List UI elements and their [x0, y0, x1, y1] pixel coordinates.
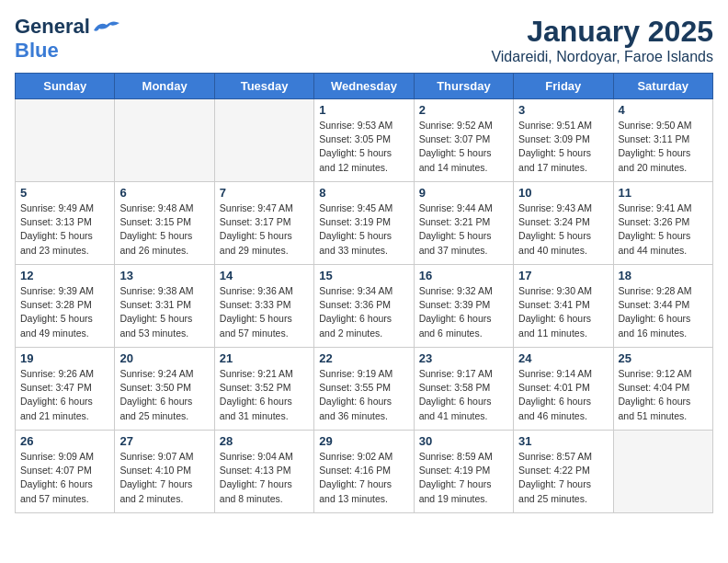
calendar-table: SundayMondayTuesdayWednesdayThursdayFrid…: [15, 73, 713, 513]
weekday-header-tuesday: Tuesday: [214, 74, 313, 99]
calendar-cell: 28Sunrise: 9:04 AM Sunset: 4:13 PM Dayli…: [214, 431, 313, 513]
day-info: Sunrise: 9:14 AM Sunset: 4:01 PM Dayligh…: [518, 367, 608, 423]
day-info: Sunrise: 9:44 AM Sunset: 3:21 PM Dayligh…: [419, 201, 508, 258]
day-info: Sunrise: 9:48 AM Sunset: 3:15 PM Dayligh…: [119, 201, 209, 258]
calendar-cell: 31Sunrise: 8:57 AM Sunset: 4:22 PM Dayli…: [514, 431, 613, 513]
calendar-cell: 20Sunrise: 9:24 AM Sunset: 3:50 PM Dayli…: [115, 348, 214, 431]
calendar-cell: 3Sunrise: 9:51 AM Sunset: 3:09 PM Daylig…: [514, 99, 613, 182]
day-number: 4: [619, 103, 708, 117]
calendar-cell: 2Sunrise: 9:52 AM Sunset: 3:07 PM Daylig…: [414, 99, 513, 182]
day-number: 10: [518, 186, 608, 200]
weekday-header-wednesday: Wednesday: [314, 74, 414, 99]
day-number: 11: [619, 186, 708, 200]
day-number: 6: [119, 186, 209, 200]
day-number: 22: [319, 351, 408, 365]
calendar-cell: 18Sunrise: 9:28 AM Sunset: 3:44 PM Dayli…: [613, 265, 712, 348]
calendar-cell: 11Sunrise: 9:41 AM Sunset: 3:26 PM Dayli…: [613, 182, 712, 265]
day-info: Sunrise: 9:51 AM Sunset: 3:09 PM Dayligh…: [518, 119, 608, 175]
day-info: Sunrise: 9:19 AM Sunset: 3:55 PM Dayligh…: [319, 367, 408, 423]
weekday-header-friday: Friday: [514, 74, 613, 99]
day-number: 2: [419, 103, 508, 117]
calendar-cell: 10Sunrise: 9:43 AM Sunset: 3:24 PM Dayli…: [514, 182, 613, 265]
weekday-header-sunday: Sunday: [16, 74, 115, 99]
day-info: Sunrise: 9:21 AM Sunset: 3:52 PM Dayligh…: [220, 367, 309, 423]
logo-blue: Blue: [15, 39, 59, 62]
day-number: 26: [20, 434, 109, 448]
day-number: 21: [220, 351, 309, 365]
weekday-header-row: SundayMondayTuesdayWednesdayThursdayFrid…: [16, 74, 713, 99]
calendar-cell: [613, 431, 712, 513]
calendar-cell: 8Sunrise: 9:45 AM Sunset: 3:19 PM Daylig…: [314, 182, 414, 265]
day-info: Sunrise: 9:52 AM Sunset: 3:07 PM Dayligh…: [419, 119, 508, 175]
calendar-cell: 7Sunrise: 9:47 AM Sunset: 3:17 PM Daylig…: [214, 182, 313, 265]
day-info: Sunrise: 9:30 AM Sunset: 3:41 PM Dayligh…: [518, 284, 608, 340]
day-info: Sunrise: 9:53 AM Sunset: 3:05 PM Dayligh…: [319, 119, 408, 175]
day-number: 7: [220, 186, 309, 200]
calendar-cell: 5Sunrise: 9:49 AM Sunset: 3:13 PM Daylig…: [16, 182, 115, 265]
day-info: Sunrise: 9:43 AM Sunset: 3:24 PM Dayligh…: [518, 201, 608, 258]
day-number: 17: [518, 269, 608, 282]
day-info: Sunrise: 9:17 AM Sunset: 3:58 PM Dayligh…: [419, 367, 508, 423]
calendar-cell: 14Sunrise: 9:36 AM Sunset: 3:33 PM Dayli…: [214, 265, 313, 348]
day-number: 13: [119, 269, 209, 282]
day-number: 23: [419, 351, 508, 365]
day-info: Sunrise: 9:50 AM Sunset: 3:11 PM Dayligh…: [619, 119, 708, 175]
day-number: 28: [220, 434, 309, 448]
week-row-1: 1Sunrise: 9:53 AM Sunset: 3:05 PM Daylig…: [16, 99, 713, 182]
day-info: Sunrise: 9:02 AM Sunset: 4:16 PM Dayligh…: [319, 450, 408, 506]
day-number: 27: [119, 434, 209, 448]
day-number: 12: [20, 269, 109, 282]
page-title: January 2025: [491, 15, 713, 49]
calendar-cell: 21Sunrise: 9:21 AM Sunset: 3:52 PM Dayli…: [214, 348, 313, 431]
day-info: Sunrise: 9:07 AM Sunset: 4:10 PM Dayligh…: [119, 450, 209, 506]
calendar-cell: 1Sunrise: 9:53 AM Sunset: 3:05 PM Daylig…: [314, 99, 414, 182]
calendar-cell: [115, 99, 214, 182]
calendar-cell: 24Sunrise: 9:14 AM Sunset: 4:01 PM Dayli…: [514, 348, 613, 431]
day-info: Sunrise: 9:28 AM Sunset: 3:44 PM Dayligh…: [619, 284, 708, 340]
day-number: 8: [319, 186, 408, 200]
day-number: 14: [220, 269, 309, 282]
calendar-cell: 12Sunrise: 9:39 AM Sunset: 3:28 PM Dayli…: [16, 265, 115, 348]
logo-text: General Blue: [15, 15, 121, 63]
calendar-cell: 6Sunrise: 9:48 AM Sunset: 3:15 PM Daylig…: [115, 182, 214, 265]
day-info: Sunrise: 9:36 AM Sunset: 3:33 PM Dayligh…: [220, 284, 309, 340]
day-info: Sunrise: 9:34 AM Sunset: 3:36 PM Dayligh…: [319, 284, 408, 340]
day-info: Sunrise: 9:39 AM Sunset: 3:28 PM Dayligh…: [20, 284, 109, 340]
calendar-cell: 9Sunrise: 9:44 AM Sunset: 3:21 PM Daylig…: [414, 182, 513, 265]
day-info: Sunrise: 9:38 AM Sunset: 3:31 PM Dayligh…: [119, 284, 209, 340]
calendar-cell: 23Sunrise: 9:17 AM Sunset: 3:58 PM Dayli…: [414, 348, 513, 431]
day-info: Sunrise: 9:12 AM Sunset: 4:04 PM Dayligh…: [619, 367, 708, 423]
day-info: Sunrise: 9:09 AM Sunset: 4:07 PM Dayligh…: [20, 450, 109, 506]
calendar-cell: 25Sunrise: 9:12 AM Sunset: 4:04 PM Dayli…: [613, 348, 712, 431]
calendar-cell: [16, 99, 115, 182]
day-number: 19: [20, 351, 109, 365]
day-info: Sunrise: 9:32 AM Sunset: 3:39 PM Dayligh…: [419, 284, 508, 340]
calendar-cell: 4Sunrise: 9:50 AM Sunset: 3:11 PM Daylig…: [613, 99, 712, 182]
page-header: General Blue January 2025 Vidareidi, Nor…: [15, 15, 713, 65]
day-info: Sunrise: 9:45 AM Sunset: 3:19 PM Dayligh…: [319, 201, 408, 258]
day-info: Sunrise: 9:26 AM Sunset: 3:47 PM Dayligh…: [20, 367, 109, 423]
day-info: Sunrise: 9:41 AM Sunset: 3:26 PM Dayligh…: [619, 201, 708, 258]
weekday-header-monday: Monday: [115, 74, 214, 99]
weekday-header-thursday: Thursday: [414, 74, 513, 99]
day-info: Sunrise: 9:49 AM Sunset: 3:13 PM Dayligh…: [20, 201, 109, 258]
day-number: 31: [518, 434, 608, 448]
day-number: 24: [518, 351, 608, 365]
page-subtitle: Vidareidi, Nordoyar, Faroe Islands: [491, 49, 713, 65]
calendar-cell: 29Sunrise: 9:02 AM Sunset: 4:16 PM Dayli…: [314, 431, 414, 513]
day-number: 5: [20, 186, 109, 200]
logo-general: General: [15, 15, 90, 39]
week-row-4: 19Sunrise: 9:26 AM Sunset: 3:47 PM Dayli…: [16, 348, 713, 431]
weekday-header-saturday: Saturday: [613, 74, 712, 99]
calendar-cell: [214, 99, 313, 182]
calendar-cell: 17Sunrise: 9:30 AM Sunset: 3:41 PM Dayli…: [514, 265, 613, 348]
day-number: 16: [419, 269, 508, 282]
calendar-cell: 19Sunrise: 9:26 AM Sunset: 3:47 PM Dayli…: [16, 348, 115, 431]
calendar-cell: 30Sunrise: 8:59 AM Sunset: 4:19 PM Dayli…: [414, 431, 513, 513]
week-row-2: 5Sunrise: 9:49 AM Sunset: 3:13 PM Daylig…: [16, 182, 713, 265]
week-row-5: 26Sunrise: 9:09 AM Sunset: 4:07 PM Dayli…: [16, 431, 713, 513]
calendar-cell: 13Sunrise: 9:38 AM Sunset: 3:31 PM Dayli…: [115, 265, 214, 348]
calendar-cell: 26Sunrise: 9:09 AM Sunset: 4:07 PM Dayli…: [16, 431, 115, 513]
logo: General Blue: [15, 15, 121, 63]
calendar-cell: 16Sunrise: 9:32 AM Sunset: 3:39 PM Dayli…: [414, 265, 513, 348]
